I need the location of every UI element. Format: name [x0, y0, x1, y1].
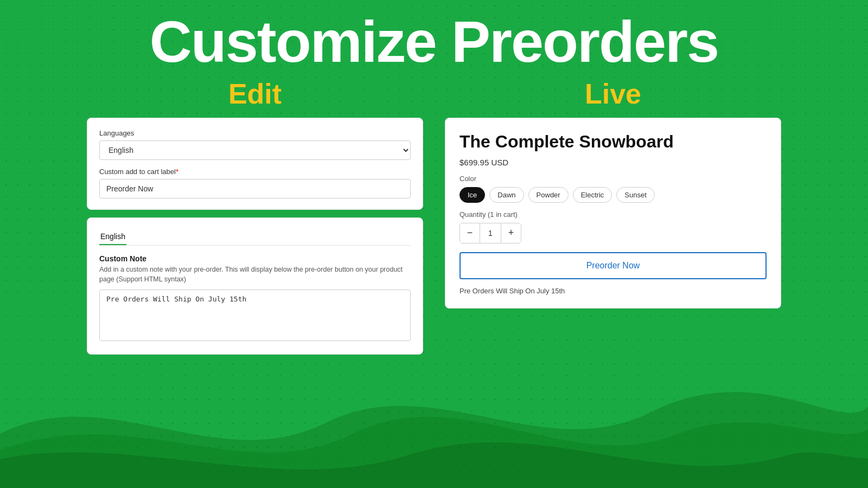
required-mark: * — [176, 168, 178, 176]
custom-label-label: Custom add to cart label* — [99, 168, 411, 176]
product-price: $699.95 USD — [459, 158, 767, 167]
edit-card-1: Languages English French Spanish German … — [87, 118, 423, 210]
live-column: Live The Complete Snowboard $699.95 USD … — [445, 78, 781, 362]
color-electric[interactable]: Electric — [573, 187, 612, 203]
quantity-control: − 1 + — [459, 223, 521, 243]
preorder-button[interactable]: Preorder Now — [459, 252, 767, 279]
quantity-label: Quantity (1 in cart) — [459, 210, 767, 219]
tab-bar: English — [99, 229, 411, 246]
color-powder[interactable]: Powder — [528, 187, 569, 203]
page-title: Customize Preorders — [150, 11, 718, 72]
color-ice[interactable]: Ice — [459, 187, 485, 203]
languages-label: Languages — [99, 129, 411, 137]
two-columns: Edit Languages English French Spanish Ge… — [0, 78, 868, 362]
edit-column: Edit Languages English French Spanish Ge… — [87, 78, 423, 362]
quantity-minus[interactable]: − — [460, 223, 480, 243]
color-sunset[interactable]: Sunset — [616, 187, 654, 203]
custom-note-textarea[interactable]: Pre Orders Will Ship On July 15th — [99, 290, 411, 341]
edit-label: Edit — [228, 78, 282, 110]
live-label: Live — [585, 78, 641, 110]
live-card: The Complete Snowboard $699.95 USD Color… — [445, 118, 781, 308]
language-select[interactable]: English French Spanish German — [99, 140, 411, 160]
custom-note-display: Pre Orders Will Ship On July 15th — [459, 287, 767, 295]
edit-card-2: English Custom Note Add in a custom note… — [87, 217, 423, 355]
note-title: Custom Note — [99, 254, 411, 263]
color-label: Color — [459, 175, 767, 183]
note-description: Add in a custom note with your pre-order… — [99, 265, 411, 284]
quantity-value: 1 — [480, 223, 501, 243]
product-title: The Complete Snowboard — [459, 131, 767, 152]
tab-english[interactable]: English — [99, 229, 126, 245]
color-options: Ice Dawn Powder Electric Sunset — [459, 187, 767, 203]
quantity-plus[interactable]: + — [501, 223, 521, 243]
custom-label-input[interactable] — [99, 179, 411, 198]
color-dawn[interactable]: Dawn — [489, 187, 524, 203]
main-content: Customize Preorders Edit Languages Engli… — [0, 0, 868, 488]
